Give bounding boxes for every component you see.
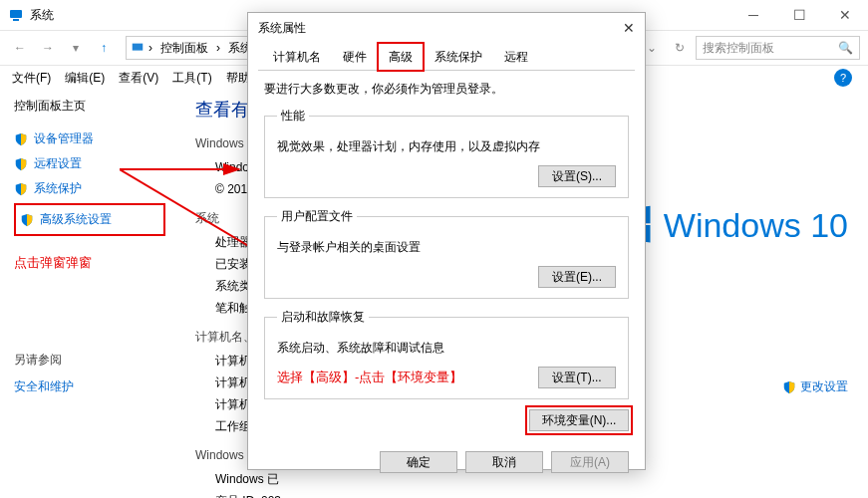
sidebar-item-label: 设备管理器 xyxy=(34,130,94,147)
sidebar-item-device-manager[interactable]: 设备管理器 xyxy=(14,126,165,151)
search-icon: 🔍 xyxy=(838,41,853,55)
system-properties-dialog: 系统属性 ✕ 计算机名 硬件 高级 系统保护 远程 要进行大多数更改，你必须作为… xyxy=(247,12,646,470)
search-input[interactable]: 搜索控制面板 🔍 xyxy=(696,36,860,60)
close-button[interactable]: ✕ xyxy=(822,0,868,30)
cancel-button[interactable]: 取消 xyxy=(465,451,543,473)
change-settings-link[interactable]: 更改设置 xyxy=(782,378,848,395)
sidebar-item-advanced[interactable]: 高级系统设置 xyxy=(20,207,159,232)
window-controls: ─ ☐ ✕ xyxy=(730,0,868,30)
environment-variables-button[interactable]: 环境变量(N)... xyxy=(529,409,629,431)
dialog-footer: 确定 取消 应用(A) xyxy=(248,441,645,483)
sidebar-highlight: 高级系统设置 xyxy=(14,203,165,236)
help-icon[interactable]: ? xyxy=(834,69,852,87)
seealso-title: 另请参阅 xyxy=(14,352,165,369)
maximize-button[interactable]: ☐ xyxy=(776,0,822,30)
performance-group: 性能 视觉效果，处理器计划，内存使用，以及虚拟内存 设置(S)... xyxy=(264,108,629,198)
sidebar-item-protection[interactable]: 系统保护 xyxy=(14,176,165,201)
dialog-body: 要进行大多数更改，你必须作为管理员登录。 性能 视觉效果，处理器计划，内存使用，… xyxy=(248,71,645,441)
dialog-title: 系统属性 xyxy=(258,20,306,37)
tab-protection[interactable]: 系统保护 xyxy=(424,43,493,71)
user-profile-settings-button[interactable]: 设置(E)... xyxy=(538,266,616,288)
shield-icon xyxy=(14,182,28,196)
up-button[interactable]: ↑ xyxy=(92,36,116,60)
forward-button[interactable]: → xyxy=(36,36,60,60)
windows10-text: Windows 10 xyxy=(664,206,848,245)
dialog-tabs: 计算机名 硬件 高级 系统保护 远程 xyxy=(258,43,635,71)
tab-hardware[interactable]: 硬件 xyxy=(332,43,378,71)
menu-edit[interactable]: 编辑(E) xyxy=(59,68,111,89)
startup-settings-button[interactable]: 设置(T)... xyxy=(538,367,616,388)
menu-file[interactable]: 文件(F) xyxy=(6,68,57,89)
annotation-instruction: 选择【高级】-点击【环境变量】 xyxy=(277,369,462,386)
apply-button[interactable]: 应用(A) xyxy=(551,451,629,473)
seealso-label: 安全和维护 xyxy=(14,378,74,395)
dialog-close-button[interactable]: ✕ xyxy=(623,20,635,36)
search-placeholder: 搜索控制面板 xyxy=(703,40,838,57)
shield-icon xyxy=(20,213,34,227)
system-icon xyxy=(8,7,24,23)
startup-legend: 启动和故障恢复 xyxy=(277,309,369,326)
tab-advanced[interactable]: 高级 xyxy=(378,43,424,71)
user-profile-legend: 用户配置文件 xyxy=(277,208,357,225)
refresh-button[interactable]: ↻ xyxy=(668,36,692,60)
breadcrumb-sep: › xyxy=(145,41,156,55)
performance-settings-button[interactable]: 设置(S)... xyxy=(538,165,616,187)
performance-legend: 性能 xyxy=(277,108,309,124)
admin-note: 要进行大多数更改，你必须作为管理员登录。 xyxy=(264,81,629,98)
user-profile-group: 用户配置文件 与登录帐户相关的桌面设置 设置(E)... xyxy=(264,208,629,299)
svg-rect-1 xyxy=(13,19,19,21)
performance-desc: 视觉效果，处理器计划，内存使用，以及虚拟内存 xyxy=(277,138,616,155)
tab-computer-name[interactable]: 计算机名 xyxy=(262,43,332,71)
annotation-note: 点击弹窗弹窗 xyxy=(14,254,165,272)
sidebar-item-remote[interactable]: 远程设置 xyxy=(14,151,165,176)
shield-icon xyxy=(782,380,796,394)
sidebar-home[interactable]: 控制面板主页 xyxy=(14,98,165,115)
menu-tools[interactable]: 工具(T) xyxy=(166,68,217,89)
ok-button[interactable]: 确定 xyxy=(380,451,457,473)
sidebar: 控制面板主页 设备管理器 远程设置 系统保护 高级系统设置 点击弹窗弹窗 另请参… xyxy=(0,90,179,498)
control-panel-icon xyxy=(131,41,145,55)
act-row: 产品 ID: 003 xyxy=(215,490,852,498)
sidebar-item-label: 远程设置 xyxy=(34,155,82,172)
minimize-button[interactable]: ─ xyxy=(730,0,776,30)
breadcrumb-sep: › xyxy=(212,41,224,55)
tab-remote[interactable]: 远程 xyxy=(493,43,539,71)
window-title: 系统 xyxy=(30,7,54,24)
sidebar-item-label: 系统保护 xyxy=(34,180,82,197)
change-settings-label: 更改设置 xyxy=(800,378,848,395)
back-button[interactable]: ← xyxy=(8,36,32,60)
svg-rect-0 xyxy=(10,10,22,18)
user-profile-desc: 与登录帐户相关的桌面设置 xyxy=(277,239,616,256)
dialog-titlebar: 系统属性 ✕ xyxy=(248,13,645,43)
recent-dropdown[interactable]: ▾ xyxy=(64,36,88,60)
breadcrumb-item[interactable]: 控制面板 xyxy=(156,40,212,57)
windows10-logo: Windows 10 xyxy=(612,204,848,246)
sidebar-seealso-link[interactable]: 安全和维护 xyxy=(14,374,165,399)
sidebar-item-label: 高级系统设置 xyxy=(40,211,112,228)
startup-group: 启动和故障恢复 系统启动、系统故障和调试信息 选择【高级】-点击【环境变量】 设… xyxy=(264,309,629,399)
menu-view[interactable]: 查看(V) xyxy=(113,68,164,89)
svg-rect-2 xyxy=(133,44,144,51)
shield-icon xyxy=(14,157,28,171)
startup-desc: 系统启动、系统故障和调试信息 xyxy=(277,340,616,357)
shield-icon xyxy=(14,132,28,146)
